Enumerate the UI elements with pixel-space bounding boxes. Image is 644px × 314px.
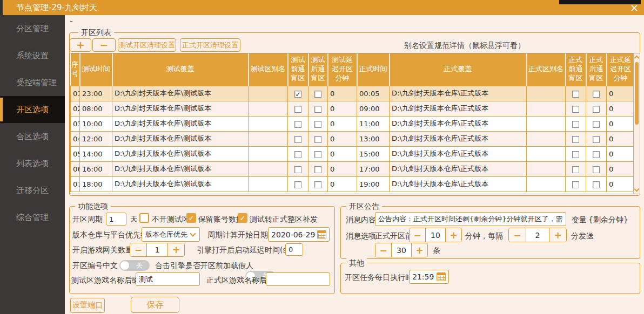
official-pre-overnight-checkbox[interactable] [572, 121, 579, 128]
official-pre-overnight-checkbox[interactable] [572, 166, 579, 173]
cell [527, 86, 566, 101]
test-post-overnight-checkbox[interactable] [314, 106, 321, 113]
minus-button[interactable]: − [410, 228, 426, 242]
sidebar-item-list-options[interactable]: 列表选项 [0, 150, 65, 177]
test-pre-overnight-checkbox[interactable] [294, 121, 301, 128]
daily-exec-time-picker[interactable]: 21:59 [409, 270, 449, 284]
minus-button[interactable]: − [130, 243, 147, 256]
official-clean-settings-button[interactable]: 正式开区清理设置 [180, 38, 240, 52]
official-pre-overnight-checkbox[interactable] [572, 181, 579, 188]
cell: 0 [607, 131, 635, 146]
test-clean-settings-button[interactable]: 测试开区清理设置 [118, 38, 176, 52]
table-row[interactable]: 0514:00D:\九剑封天版本仓库\测试版本015:00D:\九剑封天版本仓库… [71, 146, 635, 161]
official-post-overnight-checkbox[interactable] [593, 91, 600, 98]
official-post-overnight-checkbox[interactable] [593, 151, 600, 158]
sidebar-item-migrate-partition[interactable]: 迁移分区 [0, 177, 65, 204]
start-date-label: 周期计算开始日期 [207, 230, 268, 240]
sidebar-item-system-settings[interactable]: 系统设置 [0, 42, 65, 69]
table-row[interactable]: 0616:00D:\九剑封天版本仓库\测试版本017:00D:\九剑封天版本仓库… [71, 161, 635, 176]
cell [249, 131, 288, 146]
official-suffix-label: 正式区游戏名称后缀 [206, 276, 274, 285]
official-suffix-input[interactable] [266, 272, 330, 286]
test-post-overnight-checkbox[interactable] [314, 121, 321, 128]
node-manager-window: 节点管理-29-九剑封天 × 分区管理 系统设置 受控端管理 开区选项 合区选项… [0, 0, 644, 314]
test-pre-overnight-checkbox[interactable] [294, 106, 301, 113]
cell: D:\九剑封天版本仓库\测试版本 [112, 86, 249, 101]
engine-delay-label: 引擎打开后启动延迟时间(s) [197, 245, 290, 255]
plus-button[interactable]: + [445, 228, 461, 242]
remove-row-button[interactable]: − [92, 38, 116, 52]
test-pre-overnight-checkbox[interactable] [294, 181, 301, 188]
message-content-label: 消息内容 [346, 215, 376, 225]
cell: 07 [71, 176, 80, 192]
cycle-input[interactable] [106, 213, 126, 226]
official-post-overnight-checkbox[interactable] [593, 106, 600, 113]
sidebar-item-general-manage[interactable]: 综合管理 [0, 204, 65, 231]
sidebar-item-merge-zone-options[interactable]: 合区选项 [0, 123, 65, 150]
background-window-strip [559, 0, 641, 4]
priority-value: 版本仓库优先 [145, 230, 187, 240]
chinese-number-toggle[interactable]: 关 [119, 260, 150, 271]
cell: D:\九剑封天版本仓库\测试版本 [112, 101, 249, 116]
no-test-zone-checkbox[interactable] [139, 213, 149, 223]
table-row[interactable]: 0718:00D:\九剑封天版本仓库\测试版本019:00D:\九剑封天版本仓库… [71, 176, 635, 192]
test-post-overnight-checkbox[interactable] [314, 166, 321, 173]
sidebar-item-controlled-clients[interactable]: 受控端管理 [0, 69, 65, 96]
cell: D:\九剑封天版本仓库\正式版本 [390, 116, 527, 131]
table-scrollbar[interactable] [633, 53, 640, 194]
test-pre-overnight-checkbox[interactable]: ✓ [294, 91, 301, 98]
cell [527, 116, 566, 131]
test-post-overnight-checkbox[interactable] [314, 91, 321, 98]
official-pre-overnight-checkbox[interactable] [572, 136, 579, 143]
cell [527, 146, 566, 161]
before-minutes-value: 10 [426, 228, 445, 242]
plus-button[interactable]: + [549, 228, 566, 242]
official-pre-overnight-checkbox[interactable] [572, 91, 579, 98]
message-content-input[interactable] [375, 212, 566, 226]
test-suffix-input[interactable] [136, 272, 200, 286]
sidebar-item-open-zone-options[interactable]: 开区选项 [0, 96, 65, 123]
test-post-overnight-checkbox[interactable] [314, 151, 321, 158]
official-pre-overnight-checkbox[interactable] [572, 106, 579, 113]
cell: 18:00 [80, 176, 112, 192]
test-pre-overnight-checkbox[interactable] [294, 151, 301, 158]
variable-label: 变量 [572, 215, 587, 225]
save-button[interactable]: 保存 [131, 297, 179, 313]
official-post-overnight-checkbox[interactable] [593, 136, 600, 143]
test-pre-overnight-checkbox[interactable] [294, 166, 301, 173]
scroll-down-icon[interactable] [634, 187, 640, 192]
table-row[interactable]: 0412:00D:\九剑封天版本仓库\测试版本013:00D:\九剑封天版本仓库… [71, 131, 635, 146]
priority-label: 版本仓库与平台优先级 [72, 230, 148, 240]
table-row[interactable]: 0310:00D:\九剑封天版本仓库\测试版本011:00D:\九剑封天版本仓库… [71, 116, 635, 131]
start-date-picker[interactable]: 2020-06-29 [268, 227, 330, 242]
official-pre-overnight-checkbox[interactable] [572, 151, 579, 158]
reissue-checkbox[interactable]: ✓ [238, 213, 247, 223]
engine-delay-input[interactable] [285, 243, 303, 256]
test-post-overnight-checkbox[interactable] [314, 181, 321, 188]
set-port-button[interactable]: 设置端口 [70, 298, 105, 313]
cell: D:\九剑封天版本仓库\正式版本 [390, 161, 527, 176]
official-post-overnight-checkbox[interactable] [593, 121, 600, 128]
cell: 19:00 [357, 176, 390, 192]
scrollbar-thumb[interactable] [635, 62, 639, 125]
official-post-overnight-checkbox[interactable] [593, 181, 600, 188]
test-pre-overnight-checkbox[interactable] [294, 136, 301, 143]
scroll-up-icon[interactable] [634, 56, 640, 61]
official-post-overnight-checkbox[interactable] [593, 166, 600, 173]
minus-button[interactable]: − [509, 228, 526, 242]
plus-button[interactable]: + [167, 243, 184, 256]
test-post-overnight-checkbox[interactable] [314, 136, 321, 143]
priority-select[interactable]: 版本仓库优先 [142, 227, 200, 242]
toggle-knob [120, 261, 129, 270]
minus-icon: − [100, 40, 109, 50]
column-header-0: 序号 [71, 53, 80, 86]
table-row[interactable]: 0208:00D:\九剑封天版本仓库\测试版本009:00D:\九剑封天版本仓库… [71, 101, 635, 116]
open-list-legend: 开区列表 [78, 28, 114, 38]
minus-button[interactable]: − [375, 243, 392, 257]
table-row[interactable]: 0123:00D:\九剑封天版本仓库\测试版本✓000:05D:\九剑封天版本仓… [71, 86, 635, 101]
add-row-button[interactable]: + [70, 38, 91, 52]
plus-button[interactable]: + [411, 243, 427, 257]
sidebar-item-partition-manage[interactable]: 分区管理 [0, 15, 65, 42]
cell: 0 [607, 161, 635, 176]
keep-account-checkbox[interactable]: ✓ [186, 213, 196, 223]
